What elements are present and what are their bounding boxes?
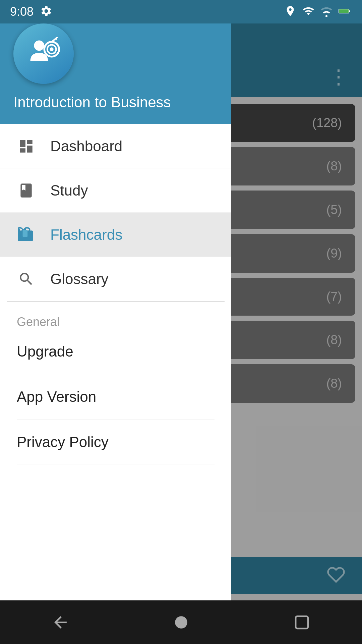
status-bar: 9:08	[0, 0, 362, 23]
svg-point-7	[50, 47, 54, 51]
gear-icon	[40, 5, 52, 18]
svg-rect-3	[339, 9, 349, 13]
status-time: 9:08	[10, 5, 34, 19]
svg-rect-0	[325, 15, 327, 17]
drawer-app-title: Introduction to Business	[13, 94, 218, 111]
svg-point-4	[34, 40, 44, 51]
sidebar-item-privacy-policy[interactable]: Privacy Policy	[17, 420, 215, 465]
app-logo	[13, 23, 74, 84]
sidebar-item-study-label: Study	[50, 182, 88, 199]
bottom-navigation	[0, 600, 362, 644]
svg-rect-11	[22, 230, 27, 237]
sidebar-item-app-version-label: App Version	[17, 388, 96, 405]
sidebar-item-privacy-policy-label: Privacy Policy	[17, 434, 109, 450]
svg-rect-13	[296, 616, 308, 629]
study-icon	[17, 181, 35, 200]
sidebar-item-app-version[interactable]: App Version	[17, 374, 215, 420]
general-section-label: General	[17, 315, 60, 329]
sidebar-item-upgrade-label: Upgrade	[17, 343, 73, 360]
status-right	[284, 5, 352, 18]
sidebar-item-flashcards[interactable]: Flashcards	[0, 213, 231, 257]
sidebar-item-upgrade[interactable]: Upgrade	[17, 329, 215, 374]
status-left: 9:08	[10, 5, 52, 19]
recents-button[interactable]	[282, 609, 322, 636]
dashboard-icon	[17, 137, 35, 155]
drawer-nav: Dashboard Study Flashcards	[0, 124, 231, 644]
battery-icon	[339, 5, 352, 18]
sidebar-item-study[interactable]: Study	[0, 168, 231, 213]
home-button[interactable]	[161, 609, 201, 636]
glossary-icon	[17, 270, 35, 288]
sidebar-item-glossary[interactable]: Glossary	[0, 257, 231, 301]
sidebar-item-glossary-label: Glossary	[50, 271, 109, 287]
wifi-icon	[302, 5, 314, 18]
svg-rect-2	[349, 10, 350, 12]
sidebar-item-dashboard[interactable]: Dashboard	[0, 124, 231, 168]
flashcards-icon	[17, 225, 35, 244]
location-icon	[284, 5, 296, 18]
general-section: General Upgrade App Version Privacy Poli…	[0, 302, 231, 468]
sidebar-item-flashcards-label: Flashcards	[50, 226, 122, 243]
navigation-drawer: Introduction to Business Dashboard Study	[0, 0, 231, 644]
sidebar-item-dashboard-label: Dashboard	[50, 138, 122, 155]
svg-point-12	[175, 616, 187, 629]
back-button[interactable]	[40, 609, 80, 636]
signal-icon	[320, 5, 333, 18]
